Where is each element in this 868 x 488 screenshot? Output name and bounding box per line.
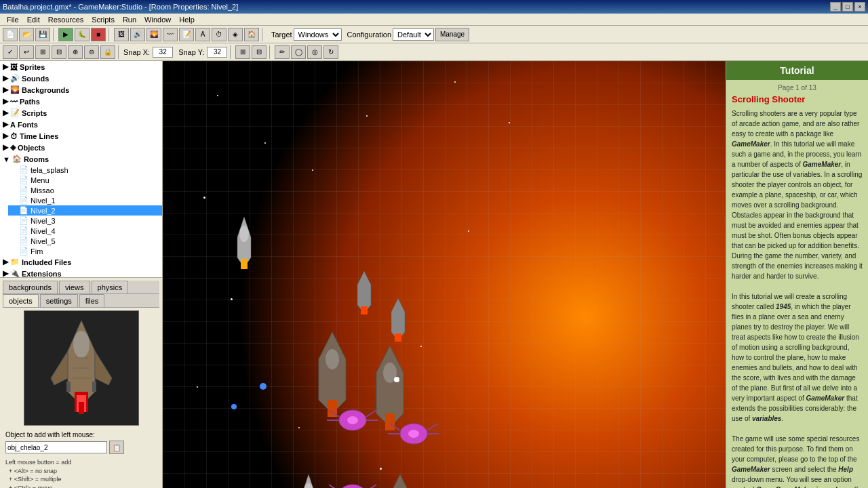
tab-physics[interactable]: physics (92, 281, 129, 293)
open-button[interactable]: 📂 (19, 28, 34, 41)
room-tela-splash[interactable]: 📄tela_splash (8, 165, 163, 175)
save-button[interactable]: 💾 (35, 28, 50, 41)
sep2 (108, 28, 111, 41)
star (366, 115, 368, 117)
room-canvas-area[interactable] (163, 61, 726, 488)
add-sound[interactable]: 🔊 (130, 28, 145, 41)
object-info: Object to add with left mouse: 📋 (3, 428, 159, 457)
svg-rect-10 (92, 382, 96, 392)
add-sprite[interactable]: 🖼 (114, 28, 129, 41)
zoom-out[interactable]: ⊖ (84, 45, 99, 59)
tab-settings[interactable]: settings (40, 294, 78, 307)
add-timeline[interactable]: ⏱ (212, 28, 226, 41)
tree-sounds[interactable]: ▶ 🔊 Sounds (0, 73, 163, 84)
sep4 (118, 45, 121, 59)
config-select[interactable]: Default (393, 28, 434, 41)
room-props-area: backgrounds views physics objects settin… (0, 278, 162, 488)
fonts-icon: A (10, 121, 16, 129)
tree-fonts[interactable]: ▶ A Fonts (0, 119, 163, 130)
fonts-label: Fonts (18, 121, 38, 129)
included-label: Included Files (22, 258, 71, 266)
lock-button[interactable]: 🔒 (100, 45, 115, 59)
tutorial-header: Tutorial (726, 61, 868, 80)
view-grid[interactable]: ⊞ (235, 45, 250, 59)
svg-rect-9 (66, 382, 71, 392)
object-browse-button[interactable]: 📋 (109, 441, 124, 454)
debug-button[interactable]: 🐛 (75, 28, 90, 41)
undo-button[interactable]: ↩ (19, 45, 34, 59)
sep1 (53, 28, 56, 41)
snap-y-input[interactable] (207, 47, 227, 58)
left-panel: ▶ 🖼 Sprites ▶ 🔊 Sounds ▶ 🌄 Backgrounds ▶… (0, 61, 163, 488)
room-nivel5[interactable]: 📄Nivel_5 (8, 236, 163, 246)
room-menu[interactable]: 📄Menu (8, 175, 163, 185)
svg-point-3 (73, 331, 90, 358)
pencil-tool[interactable]: ✏ (275, 45, 290, 59)
tree-included-files[interactable]: ▶ 📁 Included Files (0, 256, 163, 268)
add-room[interactable]: 🏠 (244, 28, 259, 41)
tab-backgrounds[interactable]: backgrounds (3, 281, 58, 293)
objects-icon: ◈ (10, 143, 16, 152)
star (312, 169, 313, 171)
add-font[interactable]: A (195, 28, 210, 41)
snap-toggle[interactable]: ⊟ (52, 45, 66, 59)
tree-paths[interactable]: ▶ 〰 Paths (0, 96, 163, 107)
sprites-arrow: ▶ (3, 62, 8, 71)
menu-help[interactable]: Help (175, 16, 199, 24)
grid-on[interactable]: ⊟ (252, 45, 267, 59)
star (197, 386, 198, 388)
target-label: Target (271, 30, 292, 39)
tab-views[interactable]: views (59, 281, 90, 293)
tree-scripts[interactable]: ▶ 📝 Scripts (0, 107, 163, 119)
grid-button[interactable]: ⊞ (35, 45, 50, 59)
menu-file[interactable]: File (3, 16, 23, 24)
close-button[interactable]: × (854, 2, 865, 12)
resource-tree[interactable]: ▶ 🖼 Sprites ▶ 🔊 Sounds ▶ 🌄 Backgrounds ▶… (0, 61, 163, 278)
tab-objects[interactable]: objects (3, 294, 39, 307)
check-button[interactable]: ✓ (3, 45, 18, 59)
menu-resources[interactable]: Resources (44, 16, 88, 24)
tab-files[interactable]: files (79, 294, 105, 307)
manage-button[interactable]: Manage (435, 28, 469, 41)
tree-timelines[interactable]: ▶ ⏱ Time Lines (0, 130, 163, 142)
tree-sprites[interactable]: ▶ 🖼 Sprites (0, 61, 163, 73)
object-to-add-label: Object to add with left mouse: (5, 431, 157, 439)
room-toolbar: ✓ ↩ ⊞ ⊟ ⊕ ⊖ 🔒 Snap X: Snap Y: ⊞ ⊟ ✏ ◯ ◎ … (0, 43, 868, 61)
menu-run[interactable]: Run (119, 16, 140, 24)
menu-edit[interactable]: Edit (23, 16, 44, 24)
room-nivel4[interactable]: 📄Nivel_4 (8, 226, 163, 236)
add-bg[interactable]: 🌄 (146, 28, 161, 41)
stop-button[interactable]: ■ (91, 28, 106, 41)
svg-rect-12 (163, 61, 726, 488)
add-script[interactable]: 📝 (179, 28, 194, 41)
included-arrow: ▶ (3, 258, 8, 266)
svg-rect-11 (79, 402, 84, 414)
maximize-button[interactable]: □ (842, 2, 853, 12)
tree-rooms[interactable]: ▼ 🏠 Rooms (0, 153, 163, 165)
object-selector-input[interactable] (5, 441, 107, 453)
circle-btn2[interactable]: ◎ (307, 45, 322, 59)
paths-icon: 〰 (10, 98, 18, 106)
snap-x-input[interactable] (153, 47, 173, 58)
room-nivel2[interactable]: 📄Nivel_2 (8, 205, 163, 216)
svg-rect-17 (361, 306, 368, 314)
room-missao[interactable]: 📄Missao (8, 185, 163, 195)
run-button[interactable]: ▶ (58, 28, 73, 41)
target-select[interactable]: Windows (294, 28, 342, 41)
tree-objects[interactable]: ▶ ◈ Objects (0, 142, 163, 153)
minimize-button[interactable]: _ (830, 2, 841, 12)
add-path[interactable]: 〰 (163, 28, 178, 41)
rooms-arrow: ▼ (3, 155, 10, 163)
zoom-in[interactable]: ⊕ (68, 45, 83, 59)
circle-btn1[interactable]: ◯ (291, 45, 306, 59)
tree-backgrounds[interactable]: ▶ 🌄 Backgrounds (0, 84, 163, 96)
room-nivel1[interactable]: 📄Nivel_1 (8, 195, 163, 205)
refresh-btn[interactable]: ↻ (323, 45, 338, 59)
menu-window[interactable]: Window (140, 16, 175, 24)
room-fim[interactable]: 📄Fim (8, 246, 163, 256)
add-object[interactable]: ◈ (228, 28, 243, 41)
new-button[interactable]: 📄 (3, 28, 18, 41)
room-nivel3[interactable]: 📄Nivel_3 (8, 216, 163, 226)
menu-scripts[interactable]: Scripts (87, 16, 119, 24)
tree-extensions[interactable]: ▶ 🔌 Extensions (0, 268, 163, 278)
